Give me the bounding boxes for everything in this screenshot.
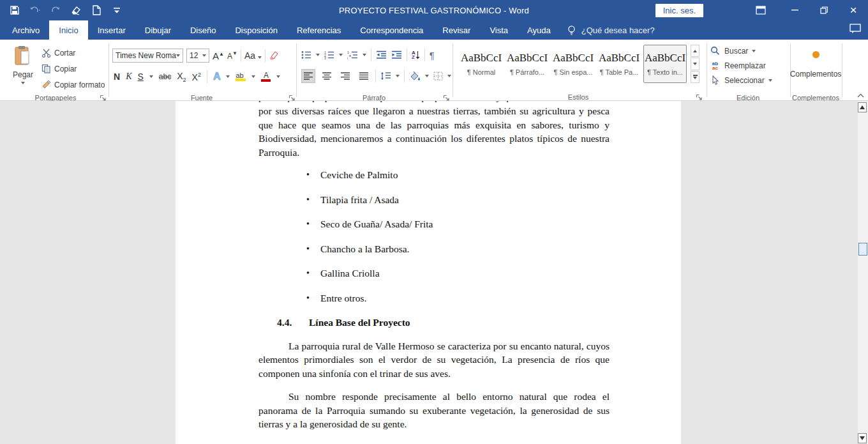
close-button[interactable]: × (839, 0, 868, 20)
bold-button[interactable]: N (114, 72, 120, 82)
style-normal[interactable]: AaBbCcI ¶ Normal (460, 45, 503, 83)
underline-button[interactable]: S (137, 72, 143, 82)
styles-more-icon[interactable] (691, 71, 700, 83)
multilevel-caret[interactable] (363, 54, 366, 56)
tab-dibujar[interactable]: Dibujar (135, 20, 181, 40)
undo-icon[interactable] (29, 4, 41, 16)
borders-caret[interactable] (447, 75, 451, 77)
bullets-button[interactable] (301, 50, 311, 59)
text-effects-button[interactable]: A (213, 71, 221, 82)
highlight-button[interactable]: ab (236, 72, 246, 81)
align-right-button[interactable] (338, 69, 352, 83)
strikethrough-button[interactable]: abc (159, 72, 171, 81)
show-marks-button[interactable]: ¶ (430, 50, 435, 61)
clear-formatting-button[interactable] (269, 50, 280, 61)
ribbon-display-options-icon[interactable] (748, 0, 774, 20)
subscript-button[interactable]: X2 (177, 71, 186, 83)
document-page[interactable]: platos que se preparan con los productos… (176, 101, 681, 444)
numbering-button[interactable]: 123 (324, 50, 334, 59)
bullets-caret[interactable] (316, 54, 320, 56)
addins-label: Complementos (790, 70, 842, 79)
replace-button[interactable]: abac Reemplazar (710, 58, 789, 73)
tab-insertar[interactable]: Insertar (88, 20, 135, 40)
shading-button[interactable] (409, 72, 421, 81)
decrease-indent-button[interactable] (376, 50, 387, 59)
line-spacing-button[interactable] (380, 72, 391, 80)
title-bar: PROYECTO FESTIVAL GASTRONÓMICO - Word In… (0, 0, 868, 20)
customize-qat-icon[interactable] (111, 4, 123, 16)
sort-button[interactable]: AZ (412, 50, 420, 59)
superscript-button[interactable]: X2 (192, 72, 201, 82)
underline-caret[interactable] (149, 75, 153, 78)
tab-referencias[interactable]: Referencias (287, 20, 350, 40)
bullet-list: •Ceviche de Palmito •Tilapia frita / Asa… (258, 168, 610, 305)
font-size-combo[interactable]: 12 (186, 49, 209, 63)
styles-scroll-up-icon[interactable] (691, 45, 700, 57)
save-icon[interactable] (9, 4, 20, 16)
group-estilos: AaBbCcI ¶ Normal AaBbCcI ¶ Párrafo... Aa… (457, 43, 702, 100)
tab-correspondencia[interactable]: Correspondencia (350, 20, 433, 40)
paragraph: Su nombre responde precisamente al bello… (258, 390, 610, 431)
text-effects-caret[interactable] (226, 75, 230, 78)
new-document-icon[interactable] (91, 4, 102, 16)
line-spacing-caret[interactable] (396, 75, 400, 77)
find-button[interactable]: Buscar (710, 43, 789, 58)
cut-label: Cortar (54, 49, 75, 57)
addins-button[interactable]: Complementos (791, 46, 840, 79)
collapse-ribbon-icon[interactable] (855, 91, 865, 100)
document-text-column: platos que se preparan con los productos… (258, 101, 610, 444)
highlight-caret[interactable] (251, 75, 255, 78)
paste-button[interactable]: Pegar (9, 45, 37, 91)
multilevel-list-button[interactable]: 1ai (347, 50, 358, 59)
font-name-combo[interactable]: Times New Roma (112, 49, 183, 63)
sign-in-button[interactable]: Inic. ses. (655, 4, 703, 17)
tab-ayuda[interactable]: Ayuda (518, 20, 560, 40)
cut-button[interactable]: Cortar (41, 47, 105, 58)
feedback-bubble-icon[interactable] (849, 23, 862, 34)
eraser-icon[interactable] (70, 4, 82, 16)
font-color-caret[interactable] (276, 75, 280, 78)
style-parrafo[interactable]: AaBbCcI ¶ Párrafo... (505, 45, 549, 83)
change-case-button[interactable]: Aa (244, 50, 262, 61)
grow-font-button[interactable]: A▲ (213, 50, 224, 61)
scroll-up-icon[interactable] (858, 102, 867, 112)
style-table-paragraph[interactable]: AaBbCcI ¶ Table Pa... (597, 45, 641, 83)
window-controls: × (780, 0, 868, 20)
scroll-down-icon[interactable] (858, 433, 867, 443)
select-button[interactable]: Seleccionar (710, 73, 789, 88)
font-color-button[interactable]: A (261, 72, 271, 82)
style-texto-independiente[interactable]: AaBbCcI ¶ Texto in... (643, 45, 687, 83)
restore-button[interactable] (809, 0, 839, 20)
tab-vista[interactable]: Vista (480, 20, 518, 40)
minimize-button[interactable] (780, 0, 809, 20)
numbering-caret[interactable] (339, 54, 343, 56)
tab-revisar[interactable]: Revisar (433, 20, 480, 40)
format-painter-label: Copiar formato (54, 80, 105, 89)
format-painter-button[interactable]: Copiar formato (41, 79, 105, 90)
scrollbar-thumb[interactable] (858, 243, 867, 256)
list-item: •Entre otros. (258, 291, 610, 305)
tab-inicio[interactable]: Inicio (49, 20, 87, 40)
redo-icon[interactable] (50, 4, 61, 16)
shading-caret[interactable] (425, 75, 429, 77)
paste-dropdown-caret (21, 82, 25, 84)
align-center-button[interactable] (320, 69, 334, 83)
ribbon-tabs: Archivo Inicio Insertar Dibujar Diseño D… (0, 20, 868, 40)
tab-disposicion[interactable]: Disposición (225, 20, 287, 40)
select-label: Seleccionar (724, 76, 765, 85)
group-edicion: Buscar abac Reemplazar Seleccionar Edici… (710, 43, 789, 101)
copy-button[interactable]: Copiar (41, 63, 105, 74)
borders-button[interactable] (433, 72, 443, 80)
replace-label: Reemplazar (724, 61, 766, 70)
vertical-scrollbar[interactable] (858, 101, 868, 444)
tell-me-box[interactable]: ¿Qué desea hacer? (560, 20, 655, 40)
styles-scroll-down-icon[interactable] (691, 57, 700, 70)
tab-archivo[interactable]: Archivo (3, 20, 49, 40)
tab-diseno[interactable]: Diseño (181, 20, 225, 40)
align-left-button[interactable] (301, 69, 315, 83)
style-sin-espaciado[interactable]: AaBbCcI ¶ Sin espa... (551, 45, 595, 83)
shrink-font-button[interactable]: A▼ (227, 50, 237, 61)
italic-button[interactable]: K (126, 72, 131, 82)
justify-button[interactable] (357, 69, 371, 83)
increase-indent-button[interactable] (391, 50, 402, 59)
